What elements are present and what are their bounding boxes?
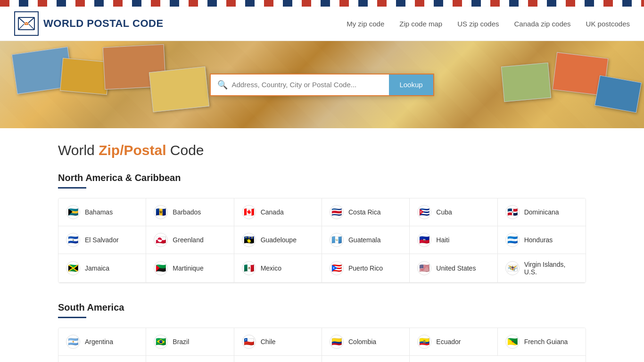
flag-french-guiana: 🇬🇫	[505, 335, 520, 349]
flag-guadeloupe: 🇬🇵	[242, 233, 256, 247]
flag-argentina: 🇦🇷	[66, 335, 80, 349]
region-1: South America🇦🇷Argentina🇧🇷Brazil🇨🇱Chile🇨…	[58, 302, 586, 362]
flag-martinique: 🇲🇶	[154, 261, 168, 275]
country-item-argentina[interactable]: 🇦🇷Argentina	[58, 328, 146, 356]
flag-colombia: 🇨🇴	[330, 335, 344, 349]
country-item-virgin-islands-us[interactable]: 🇻🇮Virgin Islands, U.S.	[498, 254, 586, 283]
country-item-uruguay[interactable]: 🇺🇾Uruguay	[234, 356, 322, 362]
country-name-label: Puerto Rico	[348, 264, 383, 272]
flag-guatemala: 🇬🇹	[330, 233, 344, 247]
country-name-label: Mexico	[261, 264, 281, 272]
country-item-paraguay[interactable]: 🇵🇾Paraguay	[58, 356, 146, 362]
country-name-label: Honduras	[524, 236, 553, 244]
country-name-label: Dominicana	[524, 208, 559, 216]
country-name-label: Brazil	[173, 338, 189, 346]
flag-dominicana: 🇩🇴	[505, 205, 520, 219]
flag-cuba: 🇨🇺	[417, 205, 431, 219]
flag-brazil: 🇧🇷	[154, 335, 168, 349]
country-item-colombia[interactable]: 🇨🇴Colombia	[322, 328, 410, 356]
country-name-label: Barbados	[173, 208, 201, 216]
country-name-label: French Guiana	[524, 338, 568, 346]
country-item-barbados[interactable]: 🇧🇧Barbados	[146, 198, 234, 226]
nav-canada-zip-codes[interactable]: Canada zip codes	[514, 20, 571, 28]
flag-ecuador: 🇪🇨	[417, 335, 431, 349]
country-item-guatemala[interactable]: 🇬🇹Guatemala	[322, 226, 410, 254]
header: WORLD POSTAL CODE My zip code Zip code m…	[0, 7, 644, 41]
country-item-greenland[interactable]: 🇬🇱Greenland	[146, 226, 234, 254]
search-input-wrapper: 🔍	[210, 74, 389, 96]
lookup-button[interactable]: Lookup	[389, 74, 434, 96]
country-name-label: Greenland	[173, 236, 203, 244]
search-input[interactable]	[231, 81, 382, 89]
country-name-label: Bahamas	[85, 208, 113, 216]
country-item-brazil[interactable]: 🇧🇷Brazil	[146, 328, 234, 356]
country-item-guadeloupe[interactable]: 🇬🇵Guadeloupe	[234, 226, 322, 254]
country-item-french-guiana[interactable]: 🇬🇫French Guiana	[498, 328, 586, 356]
region-title-1: South America	[58, 302, 586, 313]
country-name-label: Canada	[261, 208, 284, 216]
country-item-puerto-rico[interactable]: 🇵🇷Puerto Rico	[322, 254, 410, 283]
flag-barbados: 🇧🇧	[154, 205, 168, 219]
main-nav: My zip code Zip code map US zip codes Ca…	[347, 20, 630, 28]
flag-canada: 🇨🇦	[242, 205, 256, 219]
country-name-label: Colombia	[348, 338, 376, 346]
region-underline-1	[58, 317, 86, 318]
nav-zip-code-map[interactable]: Zip code map	[399, 20, 442, 28]
flag-puerto-rico: 🇵🇷	[330, 261, 344, 275]
country-item-canada[interactable]: 🇨🇦Canada	[234, 198, 322, 226]
country-item-mexico[interactable]: 🇲🇽Mexico	[234, 254, 322, 283]
country-item-bahamas[interactable]: 🇧🇸Bahamas	[58, 198, 146, 226]
country-name-label: Ecuador	[436, 338, 461, 346]
country-name-label: Argentina	[85, 338, 113, 346]
flag-el-salvador: 🇸🇻	[66, 233, 80, 247]
search-icon: 🔍	[217, 80, 228, 90]
search-bar: 🔍 Lookup	[210, 74, 434, 96]
country-name-label: Chile	[261, 338, 276, 346]
flag-chile: 🇨🇱	[242, 335, 256, 349]
logo-area: WORLD POSTAL CODE	[14, 11, 347, 36]
countries-grid-1: 🇦🇷Argentina🇧🇷Brazil🇨🇱Chile🇨🇴Colombia🇪🇨Ec…	[58, 328, 586, 362]
region-0: North America & Caribbean🇧🇸Bahamas🇧🇧Barb…	[58, 173, 586, 283]
country-name-label: Guadeloupe	[261, 236, 297, 244]
country-name-label: Haiti	[436, 236, 449, 244]
country-item-jamaica[interactable]: 🇯🇲Jamaica	[58, 254, 146, 283]
country-item-martinique[interactable]: 🇲🇶Martinique	[146, 254, 234, 283]
country-item-chile[interactable]: 🇨🇱Chile	[234, 328, 322, 356]
flag-bahamas: 🇧🇸	[66, 205, 80, 219]
nav-us-zip-codes[interactable]: US zip codes	[457, 20, 499, 28]
logo-icon	[14, 11, 39, 36]
flag-greenland: 🇬🇱	[154, 233, 168, 247]
page-title: World Zip/Postal Code	[58, 142, 586, 158]
main-content: World Zip/Postal Code North America & Ca…	[39, 128, 605, 362]
envelope-border	[0, 0, 644, 7]
country-item-costa-rica[interactable]: 🇨🇷Costa Rica	[322, 198, 410, 226]
nav-my-zip-code[interactable]: My zip code	[347, 20, 384, 28]
regions-container: North America & Caribbean🇧🇸Bahamas🇧🇧Barb…	[58, 173, 586, 362]
country-item-united-states[interactable]: 🇺🇸United States	[410, 254, 497, 283]
country-name-label: El Salvador	[85, 236, 119, 244]
logo-text: WORLD POSTAL CODE	[43, 17, 164, 30]
country-name-label: Guatemala	[348, 236, 380, 244]
country-name-label: Jamaica	[85, 264, 109, 272]
nav-uk-postcodes[interactable]: UK postcodes	[586, 20, 630, 28]
country-item-el-salvador[interactable]: 🇸🇻El Salvador	[58, 226, 146, 254]
flag-costa-rica: 🇨🇷	[330, 205, 344, 219]
country-item-honduras[interactable]: 🇭🇳Honduras	[498, 226, 586, 254]
hero-section: 🔍 Lookup	[0, 41, 644, 128]
flag-virgin-islands-us: 🇻🇮	[505, 261, 520, 275]
country-name-label: Costa Rica	[348, 208, 380, 216]
flag-haiti: 🇭🇹	[417, 233, 431, 247]
countries-grid-0: 🇧🇸Bahamas🇧🇧Barbados🇨🇦Canada🇨🇷Costa Rica🇨…	[58, 198, 586, 283]
country-item-dominicana[interactable]: 🇩🇴Dominicana	[498, 198, 586, 226]
country-item-ecuador[interactable]: 🇪🇨Ecuador	[410, 328, 497, 356]
flag-mexico: 🇲🇽	[242, 261, 256, 275]
country-item-haiti[interactable]: 🇭🇹Haiti	[410, 226, 497, 254]
flag-united-states: 🇺🇸	[417, 261, 431, 275]
region-title-0: North America & Caribbean	[58, 173, 586, 183]
country-item-peru[interactable]: 🇵🇪Peru	[146, 356, 234, 362]
country-name-label: Martinique	[173, 264, 203, 272]
country-item-venezuela[interactable]: 🇻🇪Venezuela	[322, 356, 410, 362]
country-name-label: Cuba	[436, 208, 452, 216]
region-underline-0	[58, 187, 86, 189]
country-item-cuba[interactable]: 🇨🇺Cuba	[410, 198, 497, 226]
